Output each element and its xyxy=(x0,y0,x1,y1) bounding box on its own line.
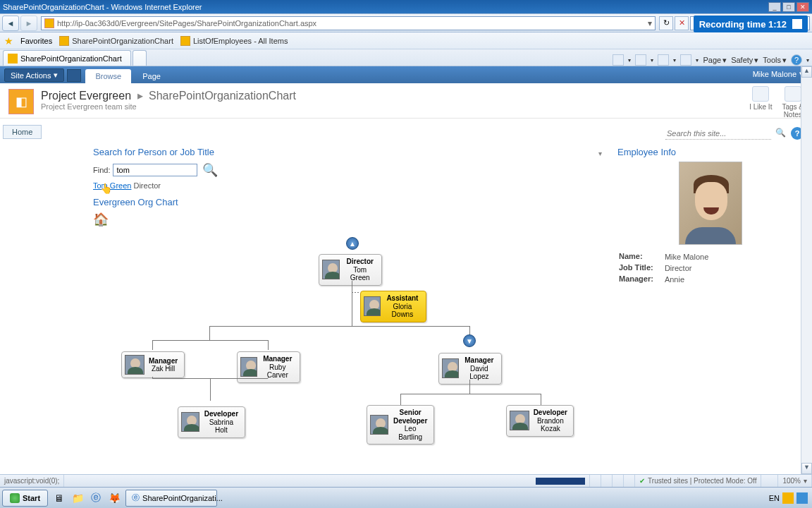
ribbon-tab-browse[interactable]: Browse xyxy=(85,69,131,83)
favorite-text: SharePointOrganizationChart xyxy=(72,37,173,45)
node-name: Gloria Downs xyxy=(392,303,414,319)
tools-menu[interactable]: Tools▾ xyxy=(763,56,787,65)
tray-language[interactable]: EN xyxy=(769,494,780,502)
favorites-star-icon[interactable]: ★ xyxy=(4,35,13,47)
recording-badge: Recording time 1:12 xyxy=(694,16,808,32)
node-title: Manager xyxy=(463,356,496,365)
ie-tabrow: SharePointOrganizationChart ▾ ▾ ▾ ▾ Page… xyxy=(0,49,812,66)
employee-info-heading: Employee Info xyxy=(617,147,804,157)
nav-up-icon[interactable]: ▲ xyxy=(346,237,359,250)
node-manager-3[interactable]: ManagerDavid Lopez xyxy=(438,353,502,385)
manager-label: Manager: xyxy=(619,274,663,284)
node-title: Manager xyxy=(149,357,178,365)
find-label: Find: xyxy=(93,166,110,174)
find-input[interactable] xyxy=(113,164,197,176)
node-title: Developer xyxy=(204,410,239,418)
address-dropdown-icon[interactable]: ▾ xyxy=(648,18,652,28)
close-button[interactable]: ✕ xyxy=(796,2,809,12)
site-search-input[interactable] xyxy=(665,128,771,140)
find-search-icon[interactable]: 🔍 xyxy=(200,162,220,179)
minimize-button[interactable]: _ xyxy=(768,2,781,12)
print-icon[interactable] xyxy=(680,54,691,66)
name-value: Mike Malone xyxy=(665,252,708,262)
node-director[interactable]: DirectorTom Green xyxy=(319,254,382,286)
nav-up-icon[interactable] xyxy=(67,69,81,82)
avatar-icon xyxy=(510,411,529,430)
help-icon[interactable]: ? xyxy=(791,54,802,66)
mail-icon[interactable] xyxy=(658,54,669,66)
tray-icon[interactable] xyxy=(796,492,808,504)
ribbon-tab-page[interactable]: Page xyxy=(133,69,171,83)
vertical-scrollbar[interactable]: ▲ ▼ xyxy=(801,66,812,474)
node-developer-1[interactable]: DeveloperSabrina Holt xyxy=(178,406,245,438)
result-link[interactable]: Tom Green xyxy=(93,181,131,190)
site-actions-menu[interactable]: Site Actions ▾ xyxy=(4,68,64,82)
quicklaunch-desktop-icon[interactable]: 🖥 xyxy=(51,490,68,507)
browser-tab-0[interactable]: SharePointOrganizationChart xyxy=(3,50,131,66)
windows-taskbar: Start 🖥 📁 ⓔ 🦊 ⓔSharePointOrganizati... E… xyxy=(0,487,812,508)
home-icon[interactable] xyxy=(613,54,624,66)
forward-button[interactable]: ► xyxy=(20,16,37,31)
node-text: DeveloperBrandonKozak xyxy=(534,409,567,433)
scroll-up-icon[interactable]: ▲ xyxy=(801,66,812,78)
quicklaunch-home[interactable]: Home xyxy=(3,125,42,139)
favorite-link-1[interactable]: ListOfEmployees - All Items xyxy=(180,36,288,46)
node-title: Developer xyxy=(534,409,567,417)
feed-icon[interactable] xyxy=(635,54,646,66)
sharepoint-ribbon: Site Actions ▾ Browse Page Mike Malone ▾ xyxy=(0,66,812,83)
back-button[interactable]: ◄ xyxy=(2,16,19,31)
quicklaunch-explorer-icon[interactable]: 📁 xyxy=(69,490,86,507)
breadcrumb-root[interactable]: Project Evergreen xyxy=(41,90,131,102)
like-button[interactable]: I Like It xyxy=(749,86,772,119)
safety-menu[interactable]: Safety▾ xyxy=(731,56,758,65)
progress-bar xyxy=(536,478,585,485)
refresh-button[interactable]: ↻ xyxy=(659,16,673,30)
favorites-bar: ★ Favorites SharePointOrganizationChart … xyxy=(0,32,812,49)
favorite-link-0[interactable]: SharePointOrganizationChart xyxy=(59,36,173,46)
zoom-level[interactable]: 100% ▾ xyxy=(778,475,812,487)
security-zone[interactable]: ✔Trusted sites | Protected Mode: Off xyxy=(635,475,761,487)
search-icon[interactable]: 🔍 xyxy=(775,128,787,139)
start-button[interactable]: Start xyxy=(2,490,48,507)
tray-icon[interactable] xyxy=(782,492,794,504)
node-assistant[interactable]: AssistantGloria Downs xyxy=(360,291,426,322)
nav-down-icon[interactable]: ▼ xyxy=(463,334,476,347)
quicklaunch-firefox-icon[interactable]: 🦊 xyxy=(106,490,123,507)
node-developer-2[interactable]: SeniorDeveloperLeo Bartling xyxy=(367,405,434,445)
tags-label2: Notes xyxy=(784,111,802,119)
favorites-label[interactable]: Favorites xyxy=(20,37,52,45)
menu-label: Safety xyxy=(731,56,753,64)
like-label: I Like It xyxy=(749,103,772,111)
page-menu[interactable]: Page▾ xyxy=(703,56,727,65)
org-chart: ▲ DirectorTom Green AssistantGloria Down… xyxy=(93,223,615,456)
employee-photo xyxy=(679,162,742,245)
employee-info-table: Name:Mike Malone Job Title:Director Mana… xyxy=(617,250,710,286)
avatar-icon xyxy=(240,357,257,377)
scroll-down-icon[interactable]: ▼ xyxy=(801,463,812,474)
menu-label: Page xyxy=(703,56,721,64)
maximize-button[interactable]: □ xyxy=(782,2,795,12)
recording-stop-button[interactable] xyxy=(792,19,802,29)
node-manager-1[interactable]: ManagerZak Hill xyxy=(121,351,185,378)
avatar-icon xyxy=(181,412,199,432)
name-label: Name: xyxy=(619,252,663,262)
node-text: AssistantGloria Downs xyxy=(385,294,420,319)
avatar-icon xyxy=(125,355,144,375)
site-logo-icon[interactable]: ◧ xyxy=(8,89,34,114)
tags-icon xyxy=(785,86,801,102)
system-tray: EN xyxy=(769,492,812,504)
ie-navbar: ◄ ► http://ip-0ac363d0/Evergreen/SitePag… xyxy=(0,13,812,32)
node-developer-3[interactable]: DeveloperBrandonKozak xyxy=(506,405,574,437)
address-bar[interactable]: http://ip-0ac363d0/Evergreen/SitePages/S… xyxy=(41,16,656,30)
new-tab-button[interactable] xyxy=(133,50,147,66)
page-icon xyxy=(44,18,54,28)
status-bar: javascript:void(0); ✔Trusted sites | Pro… xyxy=(0,474,812,487)
stop-button[interactable]: ✕ xyxy=(675,16,689,30)
windows-orb-icon xyxy=(10,493,20,503)
user-menu[interactable]: Mike Malone ▾ xyxy=(753,69,804,78)
chart-menu-icon[interactable]: ▾ xyxy=(598,150,602,157)
quicklaunch-ie-icon[interactable]: ⓔ xyxy=(87,490,104,507)
zoom-text: 100% xyxy=(782,477,801,485)
zone-text: Trusted sites | Protected Mode: Off xyxy=(648,477,756,485)
taskbar-item-ie[interactable]: ⓔSharePointOrganizati... xyxy=(125,490,217,507)
